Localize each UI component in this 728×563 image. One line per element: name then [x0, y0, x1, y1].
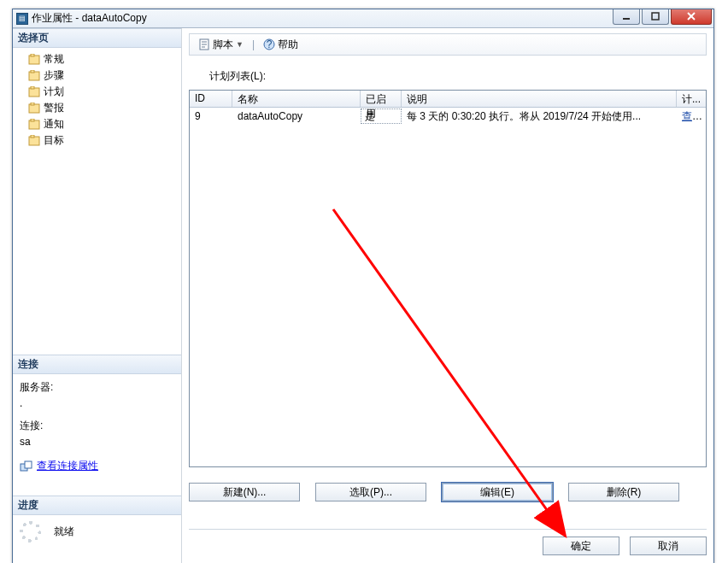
server-value: .	[20, 396, 174, 412]
app-icon: ▤	[16, 13, 28, 25]
col-id[interactable]: ID	[190, 91, 232, 107]
page-item-general[interactable]: 常规	[13, 51, 181, 67]
help-button[interactable]: ? 帮助	[260, 36, 302, 54]
titlebar[interactable]: ▤ 作业属性 - dataAutoCopy	[13, 9, 713, 28]
delete-button[interactable]: 删除(R)	[568, 483, 679, 501]
progress-spinner-icon	[20, 520, 42, 542]
help-icon: ?	[263, 38, 275, 50]
page-item-alerts[interactable]: 警报	[13, 100, 181, 116]
progress-status: 就绪	[54, 525, 74, 539]
toolbar: 脚本 ▼ | ? 帮助	[189, 33, 707, 56]
ok-button[interactable]: 确定	[543, 537, 619, 555]
svg-rect-9	[31, 86, 34, 89]
script-button[interactable]: 脚本 ▼	[195, 36, 247, 54]
svg-rect-15	[31, 135, 34, 138]
maximize-button[interactable]	[642, 9, 669, 25]
pick-button[interactable]: 选取(P)...	[315, 483, 426, 501]
page-item-schedules[interactable]: 计划	[13, 84, 181, 100]
page-icon	[28, 70, 42, 82]
schedule-list-label: 计划列表(L):	[209, 69, 707, 84]
page-label: 计划	[44, 85, 64, 99]
svg-rect-7	[31, 70, 34, 73]
page-item-steps[interactable]: 步骤	[13, 67, 181, 84]
script-icon	[198, 38, 210, 50]
page-icon	[28, 135, 42, 147]
minimize-button[interactable]	[613, 9, 640, 25]
select-page-header: 选择页	[13, 28, 181, 48]
schedule-grid: ID 名称 已启用 说明 计... 9 dataAutoCopy 是 每 3 天…	[189, 90, 707, 467]
svg-text:?: ?	[267, 38, 273, 50]
page-label: 步骤	[44, 68, 64, 83]
cell-id: 9	[190, 108, 232, 124]
dropdown-arrow-icon: ▼	[236, 40, 244, 49]
svg-rect-1	[652, 13, 659, 20]
connection-block: 服务器: . 连接: sa	[13, 374, 181, 454]
svg-rect-17	[25, 461, 32, 468]
page-icon	[28, 54, 42, 66]
page-icon	[28, 103, 42, 114]
view-connection-props-link[interactable]: 查看连接属性	[37, 459, 98, 473]
new-button[interactable]: 新建(N)...	[189, 483, 300, 501]
cell-action: 查看	[677, 108, 706, 126]
page-label: 警报	[44, 101, 64, 115]
col-name[interactable]: 名称	[232, 91, 361, 107]
page-item-targets[interactable]: 目标	[13, 132, 181, 149]
cell-enabled[interactable]: 是	[361, 108, 402, 124]
svg-rect-11	[31, 103, 34, 105]
right-panel: 脚本 ▼ | ? 帮助 计划列表(L): ID 名称 已启用 说明	[182, 28, 713, 563]
view-link[interactable]: 查看	[682, 110, 702, 122]
edit-button[interactable]: 编辑(E)	[442, 483, 553, 501]
grid-header-row: ID 名称 已启用 说明 计...	[190, 91, 706, 108]
progress-header: 进度	[13, 496, 181, 515]
page-icon	[28, 119, 42, 131]
svg-rect-5	[31, 54, 34, 56]
col-desc[interactable]: 说明	[402, 91, 677, 107]
page-label: 通知	[44, 117, 64, 132]
left-panel: 选择页 常规 步骤 计划 警报	[13, 28, 182, 563]
dialog-footer: 确定 取消	[189, 529, 707, 554]
connect-value: sa	[20, 434, 174, 450]
properties-icon	[20, 460, 33, 472]
col-action[interactable]: 计...	[677, 91, 706, 107]
page-icon	[28, 86, 42, 98]
page-item-notify[interactable]: 通知	[13, 116, 181, 132]
window-title: 作业属性 - dataAutoCopy	[32, 11, 613, 26]
connect-label: 连接:	[20, 418, 174, 434]
close-button[interactable]	[671, 9, 712, 25]
grid-row[interactable]: 9 dataAutoCopy 是 每 3 天的 0:30:20 执行。将从 20…	[190, 108, 706, 125]
page-list: 常规 步骤 计划 警报 通知	[13, 48, 181, 155]
script-label: 脚本	[213, 38, 233, 52]
dialog-window: ▤ 作业属性 - dataAutoCopy 选择页 常规 步骤	[12, 9, 714, 563]
server-label: 服务器:	[20, 379, 174, 396]
col-enabled[interactable]: 已启用	[361, 91, 402, 107]
help-label: 帮助	[278, 38, 298, 52]
cancel-button[interactable]: 取消	[630, 537, 707, 555]
svg-rect-13	[31, 119, 34, 121]
cell-name: dataAutoCopy	[232, 108, 361, 124]
cell-desc: 每 3 天的 0:30:20 执行。将从 2019/7/24 开始使用...	[402, 108, 677, 126]
page-label: 常规	[44, 52, 64, 67]
connection-header: 连接	[13, 355, 181, 374]
toolbar-separator: |	[252, 38, 255, 50]
page-label: 目标	[44, 133, 64, 148]
